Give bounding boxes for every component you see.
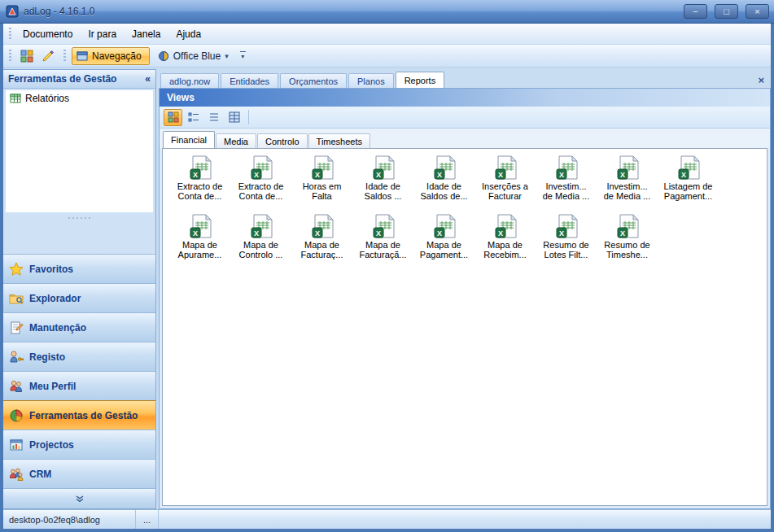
report-item-label: Investim... de Media ... bbox=[543, 181, 589, 201]
report-item-label: Inserções a Facturar bbox=[482, 181, 528, 201]
document-tab-entidades[interactable]: Entidades bbox=[221, 73, 278, 88]
report-item-label: Horas em Falta bbox=[303, 181, 342, 201]
report-item-17[interactable]: XResumo de Timeshe... bbox=[597, 214, 658, 259]
list-view-button[interactable] bbox=[204, 109, 223, 126]
report-item-9[interactable]: XListagem de Pagament... bbox=[658, 155, 719, 201]
small-buttons-view-icon[interactable] bbox=[184, 109, 203, 126]
sidebar-configure-bar[interactable] bbox=[3, 488, 155, 508]
app-icon bbox=[6, 5, 19, 18]
report-item-16[interactable]: XResumo de Lotes Filt... bbox=[536, 214, 597, 259]
navigation-toggle-button[interactable]: Navegação bbox=[72, 47, 150, 65]
report-item-5[interactable]: XIdade de Saldos de... bbox=[413, 155, 474, 201]
excel-report-icon: X bbox=[493, 214, 518, 238]
report-item-3[interactable]: XHoras em Falta bbox=[291, 155, 352, 201]
excel-report-icon: X bbox=[371, 155, 396, 180]
status-bar: desktop-0o2feq8\adlog ... bbox=[3, 509, 771, 529]
sidebar-nav: FavoritosExploradorManutençãoRegistoMeu … bbox=[3, 254, 155, 488]
svg-text:X: X bbox=[436, 171, 441, 179]
report-item-13[interactable]: XMapa de Facturaçã... bbox=[352, 214, 413, 259]
sidebar-header: Ferramentas de Gestão « bbox=[3, 70, 155, 89]
status-overflow-cell[interactable]: ... bbox=[136, 510, 159, 529]
navigation-toggle-label: Navegação bbox=[92, 50, 142, 62]
app-panes-icon bbox=[20, 50, 33, 63]
report-item-15[interactable]: XMapa de Recebim... bbox=[474, 214, 536, 259]
report-item-6[interactable]: XInserções a Facturar bbox=[474, 155, 536, 201]
tree-item-relatorios[interactable]: Relatórios bbox=[6, 90, 153, 107]
report-item-4[interactable]: XIdade de Saldos ... bbox=[352, 155, 413, 201]
report-item-label: Mapa de Controlo ... bbox=[239, 240, 283, 259]
report-item-label: Extracto de Conta de... bbox=[238, 181, 284, 201]
excel-report-icon: X bbox=[310, 214, 335, 238]
sidebar-item-meu-perfil[interactable]: Meu Perfil bbox=[3, 371, 155, 400]
toolbar-overflow-button[interactable]: ▾ bbox=[237, 47, 249, 65]
menu-item-ajuda[interactable]: Ajuda bbox=[168, 25, 208, 43]
tab-media[interactable]: Media bbox=[216, 133, 256, 148]
document-tab-adlog-now[interactable]: adlog.now bbox=[160, 73, 219, 88]
tab-financial[interactable]: Financial bbox=[163, 131, 215, 148]
document-tab-reports[interactable]: Reports bbox=[396, 72, 445, 88]
report-item-10[interactable]: XMapa de Apurame... bbox=[169, 214, 230, 259]
menu-grip bbox=[9, 28, 11, 41]
sidebar-item-favoritos[interactable]: Favoritos bbox=[3, 254, 155, 283]
sidebar-item-registo[interactable]: Registo bbox=[3, 342, 155, 371]
menu-item-janela[interactable]: Janela bbox=[125, 25, 168, 43]
svg-text:X: X bbox=[680, 171, 685, 179]
svg-text:X: X bbox=[375, 171, 380, 179]
sidebar-tree: Relatórios bbox=[6, 90, 153, 212]
report-item-11[interactable]: XMapa de Controlo ... bbox=[230, 214, 291, 259]
svg-text:X: X bbox=[253, 229, 258, 238]
svg-text:X: X bbox=[436, 229, 441, 238]
svg-text:X: X bbox=[497, 171, 502, 179]
document-tab-orcamentos[interactable]: Orçamentos bbox=[280, 73, 347, 88]
report-item-14[interactable]: XMapa de Pagament... bbox=[413, 214, 474, 259]
tab-controlo[interactable]: Controlo bbox=[257, 133, 308, 148]
sidebar-splitter[interactable] bbox=[3, 214, 155, 221]
menu-item-documento[interactable]: Documento bbox=[15, 25, 80, 43]
sidebar-item-label: Meu Perfil bbox=[29, 381, 76, 392]
sidebar-item-manutencao[interactable]: Manutenção bbox=[3, 312, 155, 342]
window-body: DocumentoIr paraJanelaAjuda Navegação Of… bbox=[3, 24, 771, 529]
main-panel: adlog.nowEntidadesOrçamentosPlanosReport… bbox=[159, 69, 771, 509]
sidebar-item-ferramentas-de-gestao[interactable]: Ferramentas de Gestão bbox=[3, 400, 155, 430]
theme-dropdown[interactable]: Office Blue ▾ bbox=[152, 47, 234, 65]
tab-timesheets[interactable]: Timesheets bbox=[308, 133, 370, 148]
menu-item-ir-para[interactable]: Ir para bbox=[81, 25, 124, 43]
sidebar-item-label: Manutenção bbox=[29, 322, 86, 334]
report-item-2[interactable]: XExtracto de Conta de... bbox=[230, 155, 291, 201]
sidebar-item-projectos[interactable]: Projectos bbox=[3, 430, 155, 459]
status-host-cell: desktop-0o2feq8\adlog bbox=[3, 510, 136, 529]
svg-text:X: X bbox=[619, 171, 624, 179]
close-button[interactable]: × bbox=[746, 4, 769, 19]
report-item-label: Idade de Saldos de... bbox=[420, 181, 467, 201]
window-title: adLog - 4.16.1.0 bbox=[24, 6, 676, 17]
views-toolbar bbox=[160, 107, 770, 129]
excel-report-icon: X bbox=[615, 214, 640, 238]
report-item-8[interactable]: XInvestim... de Media ... bbox=[597, 155, 658, 201]
details-view-button[interactable] bbox=[225, 109, 243, 126]
brush-button[interactable] bbox=[38, 47, 58, 65]
document-tab-planos[interactable]: Planos bbox=[348, 73, 394, 88]
person-key-icon bbox=[9, 350, 24, 364]
minimize-button[interactable]: − bbox=[684, 4, 707, 19]
app-window: adLog - 4.16.1.0 − □ × DocumentoIr paraJ… bbox=[0, 0, 774, 532]
sidebar-item-label: Favoritos bbox=[29, 264, 73, 275]
financial-tab-page: XExtracto de Conta de...XExtracto de Con… bbox=[162, 148, 767, 506]
sidebar-item-crm[interactable]: CRM bbox=[3, 459, 155, 488]
details-view-icon bbox=[229, 111, 240, 123]
sidebar-item-explorador[interactable]: Explorador bbox=[3, 283, 155, 312]
toolbar-grip bbox=[9, 50, 11, 63]
sidebar-collapse-button[interactable]: « bbox=[145, 73, 151, 85]
large-buttons-view-icon[interactable] bbox=[164, 109, 182, 126]
brush-icon bbox=[42, 50, 55, 63]
notepad-icon bbox=[9, 321, 24, 335]
tab-close-icon[interactable]: × bbox=[755, 74, 767, 88]
report-item-7[interactable]: XInvestim... de Media ... bbox=[536, 155, 597, 201]
report-tree-icon bbox=[10, 93, 21, 104]
report-item-1[interactable]: XExtracto de Conta de... bbox=[169, 155, 230, 201]
report-item-12[interactable]: XMapa de Facturaç... bbox=[291, 214, 352, 259]
document-tab-strip: adlog.nowEntidadesOrçamentosPlanosReport… bbox=[159, 69, 771, 88]
maximize-button[interactable]: □ bbox=[715, 4, 738, 19]
navigation-pane: Ferramentas de Gestão « Relatórios Favor… bbox=[3, 69, 156, 509]
status-host-text: desktop-0o2feq8\adlog bbox=[9, 515, 100, 525]
app-panes-button[interactable] bbox=[17, 47, 37, 65]
